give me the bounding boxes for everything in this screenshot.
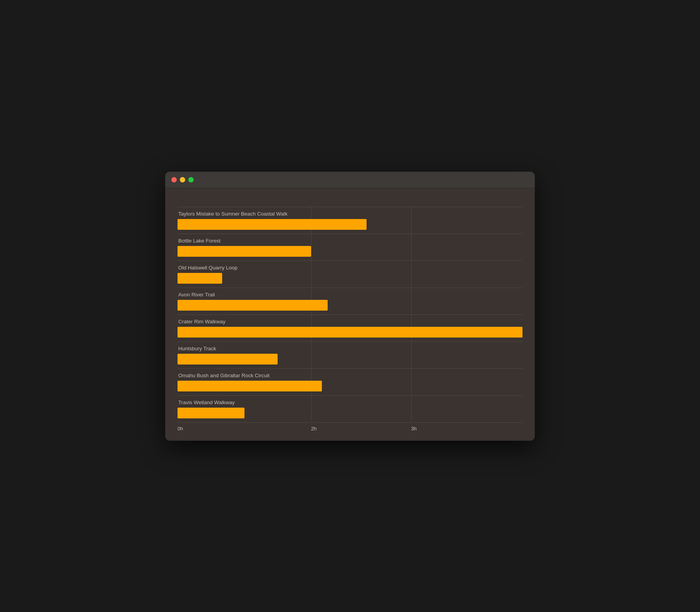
bar-track — [178, 354, 522, 365]
bar-label: Omahu Bush and Gibraltar Rock Circuit — [178, 373, 522, 378]
bar-row: Taylors Mistake to Sumner Beach Coastal … — [178, 207, 522, 234]
bars-container: Taylors Mistake to Sumner Beach Coastal … — [178, 207, 522, 422]
bar-label: Old Halswell Quarry Loop — [178, 265, 522, 271]
x-axis: 0h2h3h — [178, 422, 522, 433]
titlebar — [165, 172, 535, 188]
bar-row: Bottle Lake Forest — [178, 234, 522, 261]
bar-label: Travis Wetland Walkway — [178, 400, 522, 405]
bar-label: Taylors Mistake to Sumner Beach Coastal … — [178, 211, 522, 217]
x-axis-label: 0h — [178, 426, 183, 431]
bar-fill — [178, 219, 367, 230]
bar-track — [178, 300, 522, 311]
bar-row: Crater Rim Walkway — [178, 314, 522, 341]
bar-track — [178, 219, 522, 230]
bar-row: Huntsbury Track — [178, 341, 522, 368]
x-axis-label: 3h — [411, 426, 417, 431]
bar-fill — [178, 273, 222, 284]
traffic-lights — [171, 177, 194, 182]
maximize-button[interactable] — [188, 177, 194, 182]
bar-label: Huntsbury Track — [178, 346, 522, 351]
bar-fill — [178, 327, 522, 338]
bar-track — [178, 327, 522, 338]
chart-area: Taylors Mistake to Sumner Beach Coastal … — [178, 207, 522, 433]
bar-track — [178, 246, 522, 257]
bar-label: Avon River Trail — [178, 292, 522, 298]
bar-track — [178, 381, 522, 391]
bar-fill — [178, 300, 328, 311]
bar-row: Omahu Bush and Gibraltar Rock Circuit — [178, 368, 522, 395]
bar-row: Old Halswell Quarry Loop — [178, 261, 522, 288]
app-window: Taylors Mistake to Sumner Beach Coastal … — [165, 172, 535, 441]
bar-fill — [178, 354, 278, 365]
bar-fill — [178, 381, 322, 391]
bar-row: Avon River Trail — [178, 288, 522, 314]
bar-row: Travis Wetland Walkway — [178, 395, 522, 422]
bar-fill — [178, 246, 311, 257]
content-area: Taylors Mistake to Sumner Beach Coastal … — [165, 188, 535, 441]
minimize-button[interactable] — [180, 177, 185, 182]
bar-track — [178, 408, 522, 418]
x-axis-label: 2h — [311, 426, 317, 431]
bar-track — [178, 273, 522, 284]
bar-label: Crater Rim Walkway — [178, 319, 522, 324]
bar-label: Bottle Lake Forest — [178, 238, 522, 244]
close-button[interactable] — [171, 177, 177, 182]
bar-fill — [178, 408, 244, 418]
